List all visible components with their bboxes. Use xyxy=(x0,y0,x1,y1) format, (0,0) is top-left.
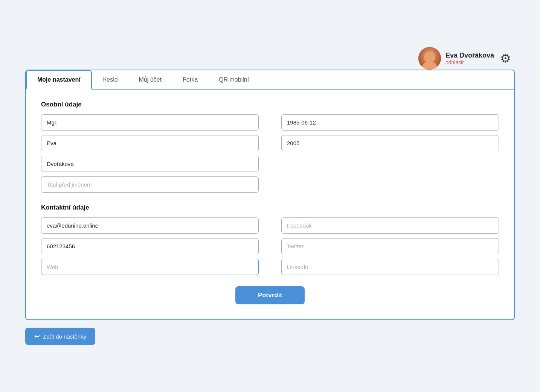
back-button[interactable]: ↩ Zpět do nástěnky xyxy=(25,328,95,345)
contact-title: Kontaktní údaje xyxy=(41,204,499,211)
tab-fotka[interactable]: Fotka xyxy=(172,70,208,89)
user-name: Eva Dvořáková xyxy=(445,52,494,59)
web-input[interactable] xyxy=(41,259,259,275)
contact-left-col xyxy=(41,217,259,275)
user-info: Eva Dvořáková odhlásit xyxy=(418,47,494,70)
email-input[interactable] xyxy=(41,217,259,234)
form-content: Osobní údaje Kontaktní údaje xyxy=(26,90,514,319)
contact-grid xyxy=(41,217,499,275)
tab-heslo[interactable]: Heslo xyxy=(92,70,128,89)
tab-moje-nastaveni[interactable]: Moje nastavení xyxy=(26,70,92,90)
tab-qr-mobilni[interactable]: QR mobilní xyxy=(208,70,259,89)
last-name-input[interactable] xyxy=(41,156,259,172)
tab-muj-ucet[interactable]: Můj účet xyxy=(128,70,172,89)
confirm-button[interactable]: Potvrdit xyxy=(235,286,305,304)
facebook-input[interactable] xyxy=(281,217,499,234)
contact-section: Kontaktní údaje xyxy=(41,204,499,275)
personal-grid xyxy=(41,114,499,193)
tabs-bar: Moje nastavení Heslo Můj účet Fotka QR m… xyxy=(26,70,514,90)
contact-right-col xyxy=(281,217,499,275)
avatar xyxy=(418,47,441,70)
main-card: Moje nastavení Heslo Můj účet Fotka QR m… xyxy=(25,70,515,320)
twitter-input[interactable] xyxy=(281,238,499,254)
header: Eva Dvořáková odhlásit ⚙ xyxy=(25,47,515,70)
gear-icon[interactable]: ⚙ xyxy=(500,51,511,65)
personal-left-col xyxy=(41,114,259,193)
personal-section: Osobní údaje xyxy=(41,101,499,193)
personal-title: Osobní údaje xyxy=(41,101,499,108)
title-before-input[interactable] xyxy=(41,114,259,131)
personal-right-col xyxy=(281,114,499,193)
title-prefix-input[interactable] xyxy=(41,176,259,193)
phone-input[interactable] xyxy=(41,238,259,254)
first-name-input[interactable] xyxy=(41,135,259,151)
back-arrow-icon: ↩ xyxy=(34,332,40,340)
user-text: Eva Dvořáková odhlásit xyxy=(445,52,494,65)
year-input[interactable] xyxy=(281,135,499,151)
back-button-label: Zpět do nástěnky xyxy=(43,333,86,340)
linkedin-input[interactable] xyxy=(281,259,499,275)
date-of-birth-input[interactable] xyxy=(281,114,499,131)
logout-link[interactable]: odhlásit xyxy=(445,59,494,65)
